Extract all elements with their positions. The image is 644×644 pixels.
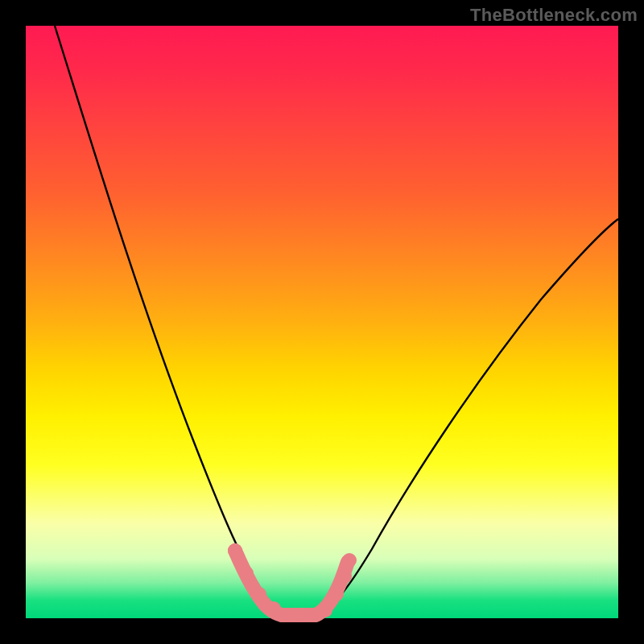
valley-dot: [228, 543, 242, 558]
valley-dot: [239, 566, 254, 580]
valley-dot: [318, 603, 332, 617]
valley-dot: [252, 587, 266, 601]
left-curve: [55, 26, 291, 616]
chart-frame: TheBottleneck.com: [0, 0, 644, 644]
valley-dot: [337, 569, 352, 584]
plot-area: [26, 26, 618, 618]
valley-dot: [302, 608, 316, 622]
right-curve: [316, 219, 618, 616]
chart-svg: [26, 26, 618, 618]
valley-dot: [266, 601, 281, 616]
valley-dot: [329, 587, 344, 601]
valley-dot: [284, 608, 299, 622]
branding-watermark: TheBottleneck.com: [470, 5, 638, 26]
valley-dot: [342, 553, 357, 568]
